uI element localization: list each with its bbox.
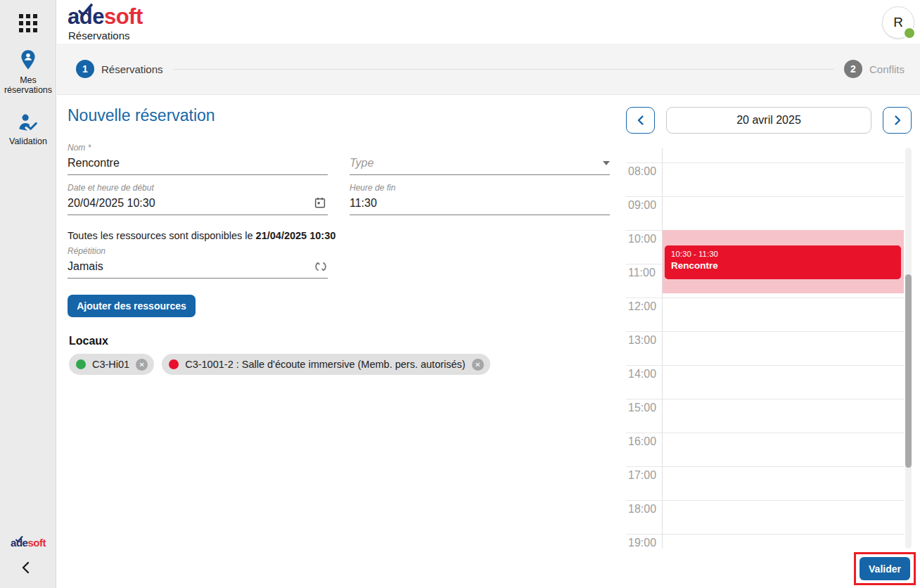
hour-line xyxy=(626,196,905,197)
step-conflits[interactable]: 2 Conflits xyxy=(844,60,905,78)
page-title: Nouvelle réservation xyxy=(68,106,215,125)
heure-fin-label: Heure de fin xyxy=(350,183,610,193)
hour-label: 12:00 xyxy=(628,300,660,313)
step-label: Réservations xyxy=(101,63,163,75)
next-day-button[interactable] xyxy=(883,107,912,134)
hour-line xyxy=(626,331,905,332)
hour-line xyxy=(626,500,905,501)
locaux-chips: C3-Hi01 ✕ C3-1001-2 : Salle d'écoute imm… xyxy=(69,354,490,375)
heure-fin-field[interactable]: Heure de fin 11:30 xyxy=(350,183,610,215)
calendar-grid[interactable]: 08:0009:0010:0011:0012:0013:0014:0015:00… xyxy=(626,148,914,549)
hour-line xyxy=(626,534,905,535)
hour-line xyxy=(626,365,905,366)
repeat-icon[interactable] xyxy=(314,260,328,274)
type-label xyxy=(350,143,610,153)
nom-value[interactable]: Rencontre xyxy=(68,157,120,170)
app-logo: adesoft xyxy=(68,6,143,27)
hour-line xyxy=(626,298,905,298)
hour-line xyxy=(626,399,905,400)
nom-label: Nom * xyxy=(68,143,328,153)
chip-local[interactable]: C3-1001-2 : Salle d'écoute immersive (Me… xyxy=(162,354,490,375)
availability-prefix: Toutes les ressources sont disponibles l… xyxy=(68,230,256,241)
submit-highlight-box: Valider xyxy=(854,552,916,585)
user-avatar[interactable]: R xyxy=(882,6,914,39)
hour-label: 09:00 xyxy=(628,199,660,212)
date-debut-field[interactable]: Date et heure de début 20/04/2025 10:30 xyxy=(68,183,328,215)
availability-dot-green xyxy=(76,359,86,369)
step-label: Conflits xyxy=(869,63,905,75)
type-field[interactable]: Type xyxy=(350,143,610,175)
repetition-label: Répétition xyxy=(68,246,328,256)
valider-button[interactable]: Valider xyxy=(860,557,910,580)
close-icon[interactable]: ✕ xyxy=(136,359,148,371)
chevron-down-icon[interactable] xyxy=(603,161,610,165)
hour-line xyxy=(626,162,905,163)
app-grid-icon[interactable] xyxy=(19,14,37,32)
sidebar-item-label: Validation xyxy=(0,136,56,146)
hour-label: 15:00 xyxy=(628,402,660,414)
step-reservations[interactable]: 1 Réservations xyxy=(76,60,163,78)
app-window: Mes réservations Validation adesoft xyxy=(0,0,920,588)
type-placeholder[interactable]: Type xyxy=(350,157,373,170)
chip-label: C3-Hi01 xyxy=(92,359,129,370)
heure-fin-value[interactable]: 11:30 xyxy=(350,197,377,210)
chip-local[interactable]: C3-Hi01 ✕ xyxy=(69,354,154,375)
calendar-event[interactable]: 10:30 - 11:30 Rencontre xyxy=(665,245,901,279)
event-time-range: 10:30 - 11:30 xyxy=(671,249,895,260)
app-subtitle: Réservations xyxy=(68,30,130,41)
sidebar-item-validation[interactable]: Validation xyxy=(0,113,56,146)
chevron-left-icon xyxy=(636,115,646,126)
repetition-value[interactable]: Jamais xyxy=(68,260,103,273)
chevron-right-icon xyxy=(893,115,902,126)
add-resources-button[interactable]: Ajouter des ressources xyxy=(68,295,196,317)
hour-line xyxy=(626,466,905,467)
hour-label: 14:00 xyxy=(628,368,660,381)
sidebar-collapse-button[interactable] xyxy=(20,561,37,576)
close-icon[interactable]: ✕ xyxy=(472,359,484,371)
stepper-connector xyxy=(173,69,834,70)
chip-label: C3-1001-2 : Salle d'écoute immersive (Me… xyxy=(185,359,465,370)
repetition-field[interactable]: Répétition Jamais xyxy=(68,246,328,279)
hour-label: 13:00 xyxy=(628,334,660,347)
sidebar-footer-logo: adesoft xyxy=(0,537,56,549)
availability-dot-red xyxy=(169,359,179,369)
hour-label: 16:00 xyxy=(628,435,660,448)
hour-label: 08:00 xyxy=(628,165,660,178)
date-display[interactable]: 20 avril 2025 xyxy=(666,107,871,134)
sidebar: Mes réservations Validation adesoft xyxy=(0,0,56,588)
availability-message: Toutes les ressources sont disponibles l… xyxy=(68,230,336,241)
hour-label: 17:00 xyxy=(628,469,660,482)
topbar: adesoft Réservations xyxy=(57,0,920,44)
avatar-initial: R xyxy=(893,15,903,30)
hour-line xyxy=(626,433,905,433)
person-check-icon xyxy=(18,122,39,134)
sidebar-item-label: Mes réservations xyxy=(0,75,56,96)
date-debut-value[interactable]: 20/04/2025 10:30 xyxy=(68,197,155,210)
hour-label: 11:00 xyxy=(628,267,660,279)
date-debut-label: Date et heure de début xyxy=(68,183,328,193)
online-status-dot xyxy=(903,27,916,39)
locaux-title: Locaux xyxy=(69,335,108,347)
sidebar-item-mes-reservations[interactable]: Mes réservations xyxy=(0,49,56,96)
hour-label: 18:00 xyxy=(628,503,660,516)
calendar-column-divider xyxy=(662,148,663,549)
stepper: 1 Réservations 2 Conflits xyxy=(57,44,920,95)
nom-field[interactable]: Nom * Rencontre xyxy=(68,143,328,175)
prev-day-button[interactable] xyxy=(626,107,655,134)
hour-label: 19:00 xyxy=(628,537,660,549)
chevron-left-icon xyxy=(20,561,32,575)
calendar-scrollbar-thumb[interactable] xyxy=(905,274,912,468)
event-title: Rencontre xyxy=(671,260,895,272)
pin-person-icon xyxy=(18,60,38,72)
step-number: 1 xyxy=(76,60,94,78)
hour-label: 10:00 xyxy=(628,233,660,245)
calendar-icon[interactable] xyxy=(314,196,328,210)
step-number: 2 xyxy=(844,60,862,78)
availability-datetime: 21/04/2025 10:30 xyxy=(256,230,336,241)
